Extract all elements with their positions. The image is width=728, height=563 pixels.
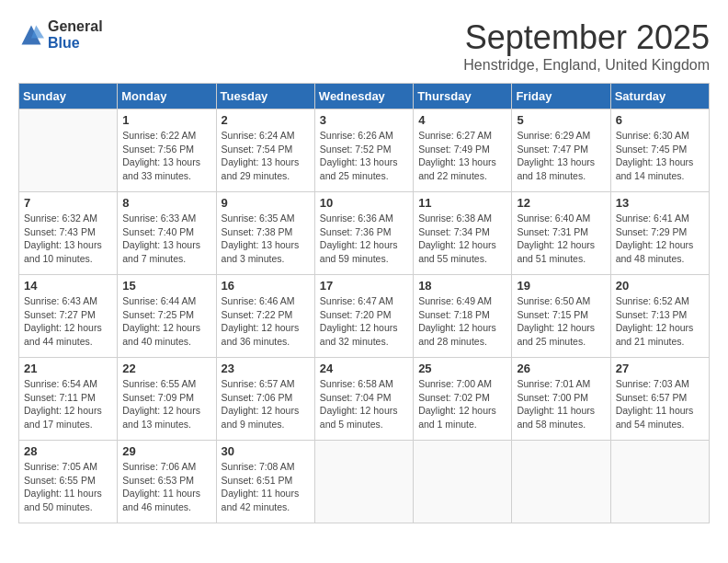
day-info: Sunrise: 6:43 AMSunset: 7:27 PMDaylight:… (24, 294, 112, 349)
day-number: 16 (222, 279, 310, 293)
day-cell: 3Sunrise: 6:26 AMSunset: 7:52 PMDaylight… (314, 109, 413, 192)
day-cell (314, 441, 413, 523)
day-number: 17 (320, 279, 408, 293)
day-cell: 19Sunrise: 6:50 AMSunset: 7:15 PMDayligh… (512, 275, 610, 358)
day-cell: 1Sunrise: 6:22 AMSunset: 7:56 PMDaylight… (118, 109, 216, 192)
day-cell: 20Sunrise: 6:52 AMSunset: 7:13 PMDayligh… (610, 275, 709, 358)
day-info: Sunrise: 6:44 AMSunset: 7:25 PMDaylight:… (122, 294, 210, 349)
day-cell: 23Sunrise: 6:57 AMSunset: 7:06 PMDayligh… (216, 358, 314, 441)
week-row-2: 7Sunrise: 6:32 AMSunset: 7:43 PMDaylight… (19, 192, 710, 275)
logo: General Blue (18, 18, 103, 51)
day-info: Sunrise: 6:22 AMSunset: 7:56 PMDaylight:… (122, 129, 210, 183)
day-info: Sunrise: 6:36 AMSunset: 7:36 PMDaylight:… (320, 212, 408, 266)
day-info: Sunrise: 6:57 AMSunset: 7:06 PMDaylight:… (222, 377, 310, 431)
day-number: 21 (24, 362, 112, 375)
day-number: 27 (616, 362, 704, 375)
day-info: Sunrise: 7:00 AMSunset: 7:02 PMDaylight:… (418, 377, 506, 431)
day-number: 5 (517, 113, 605, 127)
day-number: 25 (418, 362, 506, 375)
day-cell: 16Sunrise: 6:46 AMSunset: 7:22 PMDayligh… (216, 275, 314, 358)
day-cell: 7Sunrise: 6:32 AMSunset: 7:43 PMDaylight… (19, 192, 118, 275)
day-info: Sunrise: 6:54 AMSunset: 7:11 PMDaylight:… (24, 377, 112, 431)
day-info: Sunrise: 6:24 AMSunset: 7:54 PMDaylight:… (222, 129, 310, 183)
location-label: Henstridge, England, United Kingdom (463, 57, 710, 74)
day-info: Sunrise: 7:08 AMSunset: 6:51 PMDaylight:… (222, 460, 310, 514)
day-cell: 6Sunrise: 6:30 AMSunset: 7:45 PMDaylight… (610, 109, 709, 192)
day-number: 29 (122, 444, 210, 458)
day-number: 14 (24, 279, 112, 293)
week-row-4: 21Sunrise: 6:54 AMSunset: 7:11 PMDayligh… (19, 358, 710, 441)
day-number: 3 (320, 113, 408, 127)
day-info: Sunrise: 6:26 AMSunset: 7:52 PMDaylight:… (320, 129, 408, 183)
page-header: General Blue September 2025 Henstridge, … (18, 18, 710, 74)
day-cell: 11Sunrise: 6:38 AMSunset: 7:34 PMDayligh… (414, 192, 512, 275)
week-row-5: 28Sunrise: 7:05 AMSunset: 6:55 PMDayligh… (19, 441, 710, 523)
day-number: 12 (517, 196, 605, 210)
day-cell: 15Sunrise: 6:44 AMSunset: 7:25 PMDayligh… (118, 275, 216, 358)
day-cell: 10Sunrise: 6:36 AMSunset: 7:36 PMDayligh… (314, 192, 413, 275)
day-cell: 2Sunrise: 6:24 AMSunset: 7:54 PMDaylight… (216, 109, 314, 192)
day-info: Sunrise: 7:06 AMSunset: 6:53 PMDaylight:… (122, 460, 210, 514)
day-info: Sunrise: 6:29 AMSunset: 7:47 PMDaylight:… (517, 129, 605, 183)
day-info: Sunrise: 6:40 AMSunset: 7:31 PMDaylight:… (517, 212, 605, 266)
day-header-wednesday: Wednesday (314, 84, 413, 109)
day-header-thursday: Thursday (414, 84, 512, 109)
day-info: Sunrise: 6:32 AMSunset: 7:43 PMDaylight:… (24, 212, 112, 266)
day-number: 4 (418, 113, 506, 127)
day-info: Sunrise: 7:03 AMSunset: 6:57 PMDaylight:… (616, 377, 704, 431)
day-info: Sunrise: 6:27 AMSunset: 7:49 PMDaylight:… (418, 129, 506, 183)
day-cell (610, 441, 709, 523)
day-number: 15 (122, 279, 210, 293)
day-number: 22 (122, 362, 210, 375)
day-info: Sunrise: 6:58 AMSunset: 7:04 PMDaylight:… (320, 377, 408, 431)
day-cell: 22Sunrise: 6:55 AMSunset: 7:09 PMDayligh… (118, 358, 216, 441)
logo-general-label: General (48, 18, 103, 35)
day-info: Sunrise: 6:38 AMSunset: 7:34 PMDaylight:… (418, 212, 506, 266)
day-cell (19, 109, 118, 192)
day-number: 24 (320, 362, 408, 375)
day-cell: 29Sunrise: 7:06 AMSunset: 6:53 PMDayligh… (118, 441, 216, 523)
day-cell: 24Sunrise: 6:58 AMSunset: 7:04 PMDayligh… (314, 358, 413, 441)
day-number: 2 (222, 113, 310, 127)
day-info: Sunrise: 6:47 AMSunset: 7:20 PMDaylight:… (320, 294, 408, 349)
day-cell: 26Sunrise: 7:01 AMSunset: 7:00 PMDayligh… (512, 358, 610, 441)
title-block: September 2025 Henstridge, England, Unit… (463, 18, 710, 74)
day-info: Sunrise: 6:55 AMSunset: 7:09 PMDaylight:… (122, 377, 210, 431)
day-cell: 17Sunrise: 6:47 AMSunset: 7:20 PMDayligh… (314, 275, 413, 358)
day-info: Sunrise: 7:01 AMSunset: 7:00 PMDaylight:… (517, 377, 605, 431)
day-header-saturday: Saturday (610, 84, 709, 109)
logo-blue-label: Blue (48, 35, 103, 52)
logo-text: General Blue (48, 18, 103, 51)
day-number: 19 (517, 279, 605, 293)
day-cell: 4Sunrise: 6:27 AMSunset: 7:49 PMDaylight… (414, 109, 512, 192)
month-title: September 2025 (463, 18, 710, 57)
day-cell: 30Sunrise: 7:08 AMSunset: 6:51 PMDayligh… (216, 441, 314, 523)
day-cell: 5Sunrise: 6:29 AMSunset: 7:47 PMDaylight… (512, 109, 610, 192)
day-header-monday: Monday (118, 84, 216, 109)
day-info: Sunrise: 6:50 AMSunset: 7:15 PMDaylight:… (517, 294, 605, 349)
day-cell: 27Sunrise: 7:03 AMSunset: 6:57 PMDayligh… (610, 358, 709, 441)
day-cell: 9Sunrise: 6:35 AMSunset: 7:38 PMDaylight… (216, 192, 314, 275)
day-info: Sunrise: 6:49 AMSunset: 7:18 PMDaylight:… (418, 294, 506, 349)
day-cell: 28Sunrise: 7:05 AMSunset: 6:55 PMDayligh… (19, 441, 118, 523)
day-cell: 25Sunrise: 7:00 AMSunset: 7:02 PMDayligh… (414, 358, 512, 441)
day-info: Sunrise: 6:35 AMSunset: 7:38 PMDaylight:… (222, 212, 310, 266)
day-number: 7 (24, 196, 112, 210)
day-number: 30 (222, 444, 310, 458)
day-info: Sunrise: 6:33 AMSunset: 7:40 PMDaylight:… (122, 212, 210, 266)
day-info: Sunrise: 6:41 AMSunset: 7:29 PMDaylight:… (616, 212, 704, 266)
day-cell (512, 441, 610, 523)
day-cell: 13Sunrise: 6:41 AMSunset: 7:29 PMDayligh… (610, 192, 709, 275)
day-cell (414, 441, 512, 523)
logo-icon (18, 22, 44, 48)
day-number: 23 (222, 362, 310, 375)
day-number: 6 (616, 113, 704, 127)
day-number: 26 (517, 362, 605, 375)
day-number: 11 (418, 196, 506, 210)
week-row-1: 1Sunrise: 6:22 AMSunset: 7:56 PMDaylight… (19, 109, 710, 192)
day-cell: 21Sunrise: 6:54 AMSunset: 7:11 PMDayligh… (19, 358, 118, 441)
day-info: Sunrise: 6:46 AMSunset: 7:22 PMDaylight:… (222, 294, 310, 349)
day-header-friday: Friday (512, 84, 610, 109)
day-number: 18 (418, 279, 506, 293)
day-number: 10 (320, 196, 408, 210)
